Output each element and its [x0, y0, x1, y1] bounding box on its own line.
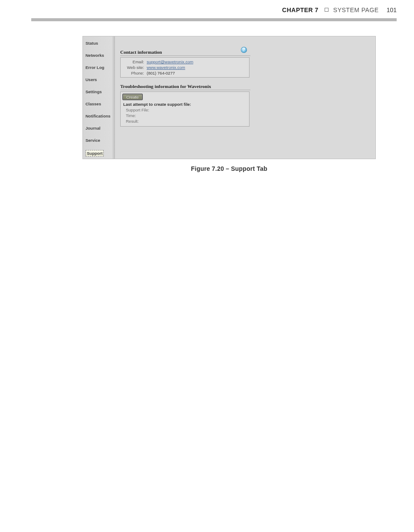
sidebar-item-support[interactable]: Support	[85, 150, 104, 157]
create-button[interactable]: Create	[122, 94, 143, 100]
figure-caption: Figure 7.20 – Support Tab	[82, 165, 376, 172]
troubleshooting-heading: Troubleshooting information for Wavetron…	[120, 84, 250, 90]
figure-wrap: Status Networks Error Log Users Settings…	[82, 36, 376, 172]
sub-row-support-file: Support File:	[122, 108, 247, 113]
contact-website-link[interactable]: www.wavetronix.com	[147, 65, 185, 70]
contact-row-email: Email: support@wavetronix.com	[121, 59, 249, 65]
section-title: SYSTEM PAGE	[333, 7, 379, 13]
sidebar-item-classes[interactable]: Classes	[85, 101, 114, 106]
sub-row-time: Time:	[122, 113, 247, 119]
sidebar: Status Networks Error Log Users Settings…	[83, 36, 115, 159]
support-tab-screenshot: Status Networks Error Log Users Settings…	[82, 36, 376, 159]
page-header: CHAPTER 7 SYSTEM PAGE 101	[0, 0, 414, 18]
contact-info-box: Email: support@wavetronix.com Web site: …	[120, 57, 250, 78]
support-panel: ? Contact information Email: support@wav…	[115, 36, 375, 159]
sidebar-item-networks[interactable]: Networks	[85, 53, 114, 58]
sidebar-item-journal[interactable]: Journal	[85, 126, 114, 131]
sidebar-item-error-log[interactable]: Error Log	[85, 65, 114, 70]
contact-label: Email:	[121, 59, 147, 64]
contact-phone-value: (801) 764-0277	[147, 71, 175, 75]
page-number: 101	[387, 7, 397, 13]
chapter-marker-icon	[325, 8, 329, 12]
contact-label: Web site:	[121, 65, 147, 70]
header-thin-rule	[31, 21, 397, 21]
last-attempt-label: Last attempt to create support file:	[123, 102, 247, 107]
contact-heading: Contact information	[120, 49, 250, 56]
troubleshooting-box: Create Last attempt to create support fi…	[120, 91, 250, 127]
sidebar-item-status[interactable]: Status	[85, 41, 114, 46]
sidebar-item-settings[interactable]: Settings	[85, 89, 114, 94]
help-icon[interactable]: ?	[241, 47, 247, 53]
contact-label: Phone:	[121, 71, 147, 75]
contact-email-link[interactable]: support@wavetronix.com	[147, 59, 193, 64]
sub-row-result: Result:	[122, 119, 247, 124]
sidebar-item-service[interactable]: Service	[85, 138, 114, 143]
contact-row-phone: Phone: (801) 764-0277	[121, 70, 249, 76]
chapter-label: CHAPTER 7	[282, 7, 319, 13]
contact-row-website: Web site: www.wavetronix.com	[121, 65, 249, 70]
sidebar-item-users[interactable]: Users	[85, 77, 114, 82]
sidebar-item-notifications[interactable]: Notifications	[85, 114, 114, 118]
